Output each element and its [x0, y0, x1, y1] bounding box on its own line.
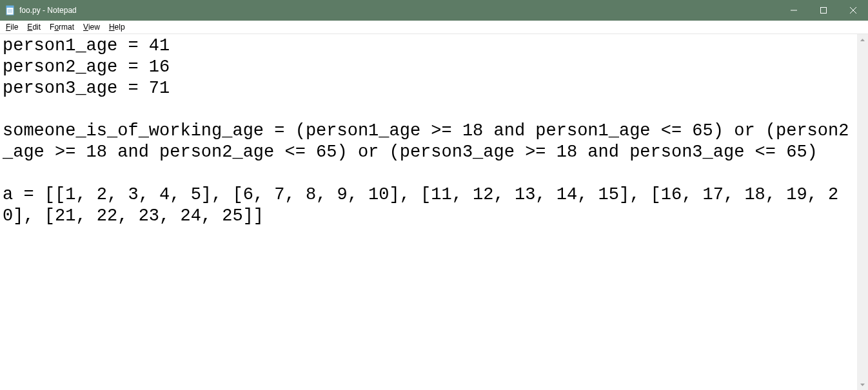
- maximize-button[interactable]: [809, 0, 838, 21]
- menu-edit[interactable]: Edit: [23, 21, 45, 33]
- menu-help[interactable]: Help: [104, 21, 130, 33]
- content-area: person1_age = 41 person2_age = 16 person…: [0, 34, 868, 390]
- scroll-track[interactable]: [857, 45, 868, 379]
- scroll-down-arrow[interactable]: [857, 379, 868, 390]
- svg-rect-6: [821, 8, 827, 14]
- titlebar[interactable]: foo.py - Notepad: [0, 0, 868, 21]
- menu-view[interactable]: View: [79, 21, 104, 33]
- menu-format[interactable]: Format: [45, 21, 79, 33]
- vertical-scrollbar[interactable]: [857, 34, 868, 390]
- svg-rect-1: [6, 6, 14, 8]
- minimize-button[interactable]: [779, 0, 809, 21]
- notepad-icon: [5, 5, 15, 15]
- scroll-up-arrow[interactable]: [857, 34, 868, 45]
- window-title: foo.py - Notepad: [19, 6, 779, 15]
- window-controls: [779, 0, 868, 21]
- close-button[interactable]: [838, 0, 868, 21]
- text-editor[interactable]: person1_age = 41 person2_age = 16 person…: [0, 34, 857, 390]
- menu-file[interactable]: File: [1, 21, 23, 33]
- menubar: File Edit Format View Help: [0, 21, 868, 34]
